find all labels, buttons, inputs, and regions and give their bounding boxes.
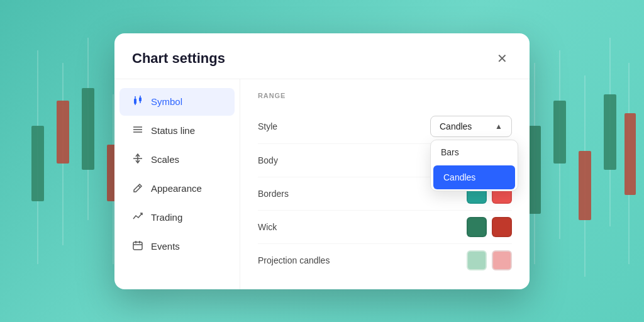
projection-candles-label: Projection candles: [258, 255, 330, 265]
chevron-up-icon: ▲: [495, 122, 502, 131]
wick-controls: [467, 217, 512, 237]
sidebar-item-events[interactable]: Events: [119, 233, 235, 260]
style-row: Style Candles ▲ Bars Candles: [258, 109, 512, 144]
svg-rect-30: [133, 242, 142, 250]
dropdown-option-candles[interactable]: Candles: [433, 165, 515, 189]
style-dropdown-menu: Bars Candles: [430, 140, 518, 191]
sidebar-item-trading[interactable]: Trading: [119, 204, 235, 231]
sidebar-label-symbol: Symbol: [151, 96, 182, 107]
svg-rect-18: [134, 99, 136, 104]
body-label: Body: [258, 155, 278, 165]
sidebar-label-events: Events: [151, 241, 180, 252]
scales-icon: [132, 153, 143, 167]
borders-label: Borders: [258, 189, 289, 199]
style-dropdown-wrapper: Candles ▲ Bars Candles: [430, 116, 512, 137]
range-label: RANGE: [258, 92, 512, 99]
pencil-icon: [132, 182, 143, 196]
wick-label: Wick: [258, 222, 277, 232]
modal-overlay: Chart settings ✕: [0, 0, 644, 322]
sidebar-label-appearance: Appearance: [151, 183, 202, 194]
candlestick-icon: [132, 95, 143, 109]
sidebar-label-trading: Trading: [151, 212, 182, 223]
sidebar: Symbol Status line: [114, 79, 240, 289]
style-dropdown-button[interactable]: Candles ▲: [430, 116, 512, 137]
modal-title: Chart settings: [132, 50, 225, 67]
projection-candles-row: Projection candles: [258, 244, 512, 277]
close-button[interactable]: ✕: [492, 48, 512, 69]
dropdown-selected-value: Candles: [440, 121, 472, 131]
projection-color-swatch-up[interactable]: [467, 250, 487, 270]
statusline-icon: [132, 124, 143, 138]
sidebar-item-scales[interactable]: Scales: [119, 146, 235, 174]
projection-color-swatch-down[interactable]: [492, 250, 512, 270]
svg-line-29: [138, 186, 140, 187]
wick-color-swatch-up[interactable]: [467, 217, 487, 237]
wick-row: Wick: [258, 211, 512, 244]
calendar-icon: [132, 240, 143, 253]
dropdown-option-bars[interactable]: Bars: [431, 140, 518, 164]
sidebar-item-symbol[interactable]: Symbol: [119, 88, 235, 116]
sidebar-item-appearance[interactable]: Appearance: [119, 175, 235, 203]
trading-icon: [132, 211, 143, 225]
sidebar-item-statusline[interactable]: Status line: [119, 117, 235, 145]
sidebar-label-statusline: Status line: [151, 125, 195, 136]
content-area: RANGE Style Candles ▲ Bars: [240, 79, 530, 289]
style-label: Style: [258, 121, 277, 131]
chart-settings-modal: Chart settings ✕: [114, 33, 530, 289]
modal-header: Chart settings ✕: [114, 33, 530, 79]
style-controls: Candles ▲ Bars Candles: [430, 116, 512, 137]
sidebar-label-scales: Scales: [151, 154, 179, 165]
wick-color-swatch-down[interactable]: [492, 217, 512, 237]
svg-rect-21: [139, 97, 142, 101]
projection-controls: [467, 250, 512, 270]
modal-body: Symbol Status line: [114, 79, 530, 289]
